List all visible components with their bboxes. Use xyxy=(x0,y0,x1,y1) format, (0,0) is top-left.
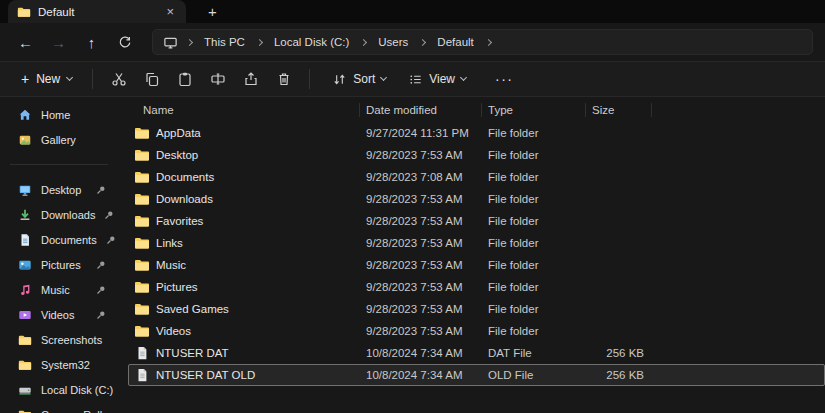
sidebar-item-music[interactable]: Music xyxy=(4,277,114,302)
file-name: NTUSER DAT xyxy=(156,347,229,359)
file-row-ntuser-dat[interactable]: NTUSER DAT 10/8/2024 7:34 AM DAT File 25… xyxy=(128,342,825,364)
chevron-right-icon xyxy=(186,38,193,45)
file-type: DAT File xyxy=(482,347,586,359)
folder-icon xyxy=(134,236,150,250)
explorer-tab[interactable]: Default × xyxy=(8,0,186,23)
sidebar-item-system32[interactable]: System32 xyxy=(4,352,114,377)
folder-icon xyxy=(134,324,150,338)
folder-icon xyxy=(134,258,150,272)
sidebar-item-documents[interactable]: Documents xyxy=(4,227,114,252)
file-type: File folder xyxy=(482,281,586,293)
file-row-pictures[interactable]: Pictures 9/28/2023 7:53 AM File folder xyxy=(128,276,825,298)
forward-button[interactable]: → xyxy=(45,29,72,56)
file-type: File folder xyxy=(482,127,586,139)
file-row-videos[interactable]: Videos 9/28/2023 7:53 AM File folder xyxy=(128,320,825,342)
file-row-links[interactable]: Links 9/28/2023 7:53 AM File folder xyxy=(128,232,825,254)
sidebar-item-videos[interactable]: Videos xyxy=(4,302,114,327)
file-type: File folder xyxy=(482,193,586,205)
downloads-icon xyxy=(18,208,32,222)
file-date-modified: 10/8/2024 7:34 AM xyxy=(360,369,482,381)
sidebar-divider xyxy=(10,164,108,165)
folder-icon xyxy=(134,302,150,316)
copy-button[interactable] xyxy=(135,66,168,93)
sidebar-item-label: Documents xyxy=(41,234,97,246)
sidebar-item-downloads[interactable]: Downloads xyxy=(4,202,114,227)
up-button[interactable]: ↑ xyxy=(78,29,105,56)
column-header-name[interactable]: Name xyxy=(128,99,360,121)
file-row-desktop[interactable]: Desktop 9/28/2023 7:53 AM File folder xyxy=(128,144,825,166)
file-name: Saved Games xyxy=(156,303,229,315)
tab-close-icon[interactable]: × xyxy=(163,5,177,18)
share-button[interactable] xyxy=(234,66,267,93)
delete-button[interactable] xyxy=(267,66,300,93)
toolbar-divider xyxy=(309,69,310,89)
column-header-type[interactable]: Type xyxy=(482,99,586,121)
file-row-music[interactable]: Music 9/28/2023 7:53 AM File folder xyxy=(128,254,825,276)
this-pc-icon xyxy=(163,35,178,50)
rename-button[interactable] xyxy=(201,66,234,93)
breadcrumb-default[interactable]: Default xyxy=(431,34,479,50)
breadcrumb-this-pc[interactable]: This PC xyxy=(198,34,251,50)
address-bar[interactable]: This PC Local Disk (C:) Users Default xyxy=(152,29,813,55)
file-icon xyxy=(134,346,150,360)
sidebar: Home Gallery Desktop Downloads Documents… xyxy=(0,97,118,413)
paste-button[interactable] xyxy=(168,66,201,93)
file-row-appdata[interactable]: AppData 9/27/2024 11:31 PM File folder xyxy=(128,122,825,144)
file-name: Desktop xyxy=(156,149,198,161)
file-name: Downloads xyxy=(156,193,213,205)
folder-icon xyxy=(18,333,32,347)
new-tab-button[interactable]: + xyxy=(202,3,223,20)
chevron-down-icon xyxy=(460,74,467,81)
folder-icon xyxy=(18,408,32,413)
file-name: Music xyxy=(156,259,186,271)
file-name: Videos xyxy=(156,325,191,337)
file-date-modified: 9/28/2023 7:53 AM xyxy=(360,215,482,227)
chevron-down-icon xyxy=(66,74,73,81)
command-toolbar: + New Sort View ··· xyxy=(0,61,825,97)
file-type: File folder xyxy=(482,325,586,337)
new-button[interactable]: + New xyxy=(10,66,83,93)
file-rows: AppData 9/27/2024 11:31 PM File folder D… xyxy=(128,122,825,386)
file-name: Pictures xyxy=(156,281,198,293)
breadcrumb-local-disk-c[interactable]: Local Disk (C:) xyxy=(268,34,355,50)
sidebar-item-pictures[interactable]: Pictures xyxy=(4,252,114,277)
file-row-favorites[interactable]: Favorites 9/28/2023 7:53 AM File folder xyxy=(128,210,825,232)
sidebar-item-gallery[interactable]: Gallery xyxy=(4,127,114,152)
more-options-button[interactable]: ··· xyxy=(487,71,522,87)
plus-icon: + xyxy=(21,72,29,86)
column-header-size[interactable]: Size xyxy=(586,99,652,121)
file-name: AppData xyxy=(156,127,201,139)
view-button[interactable]: View xyxy=(399,66,475,93)
sidebar-item-label: Desktop xyxy=(41,184,81,196)
sidebar-item-desktop[interactable]: Desktop xyxy=(4,177,114,202)
pin-icon xyxy=(96,260,106,270)
new-button-label: New xyxy=(36,72,60,86)
file-row-saved-games[interactable]: Saved Games 9/28/2023 7:53 AM File folde… xyxy=(128,298,825,320)
file-row-documents[interactable]: Documents 9/28/2023 7:08 AM File folder xyxy=(128,166,825,188)
sidebar-item-label: Local Disk (C:) xyxy=(41,384,113,396)
file-row-downloads[interactable]: Downloads 9/28/2023 7:53 AM File folder xyxy=(128,188,825,210)
sidebar-item-label: System32 xyxy=(41,359,90,371)
pictures-icon xyxy=(18,258,32,272)
back-button[interactable]: ← xyxy=(12,29,39,56)
file-icon xyxy=(134,368,150,382)
videos-icon xyxy=(18,308,32,322)
folder-icon xyxy=(134,126,150,140)
sidebar-item-camera-roll[interactable]: Camera Roll xyxy=(4,402,114,413)
sidebar-item-screenshots[interactable]: Screenshots xyxy=(4,327,114,352)
file-type: File folder xyxy=(482,259,586,271)
sidebar-item-home[interactable]: Home xyxy=(4,102,114,127)
sort-button[interactable]: Sort xyxy=(323,66,395,93)
file-name: Documents xyxy=(156,171,214,183)
file-row-ntuser-dat-old[interactable]: NTUSER DAT OLD 10/8/2024 7:34 AM OLD Fil… xyxy=(128,364,825,386)
sidebar-item-label: Downloads xyxy=(41,209,95,221)
chevron-down-icon xyxy=(380,74,387,81)
file-type: File folder xyxy=(482,303,586,315)
file-type: File folder xyxy=(482,215,586,227)
cut-button[interactable] xyxy=(102,66,135,93)
column-header-date-modified[interactable]: Date modified xyxy=(360,99,482,121)
file-date-modified: 9/28/2023 7:53 AM xyxy=(360,303,482,315)
refresh-button[interactable] xyxy=(111,29,138,56)
breadcrumb-users[interactable]: Users xyxy=(372,34,414,50)
sidebar-item-local-disk-c[interactable]: Local Disk (C:) xyxy=(4,377,114,402)
